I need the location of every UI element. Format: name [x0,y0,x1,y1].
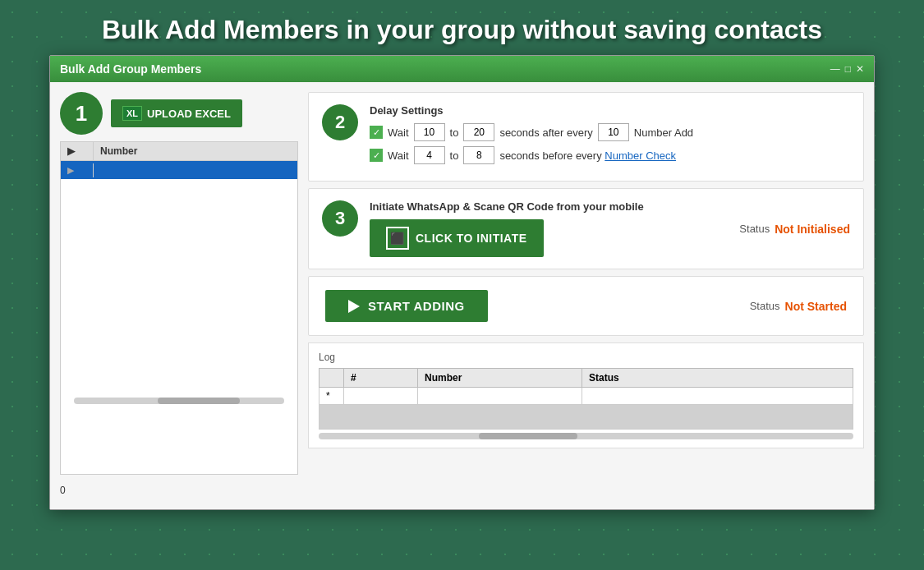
section3-content: Initiate WhatsApp & Scane QR Code from y… [370,200,850,257]
close-button[interactable]: ✕ [856,63,864,75]
table-header: ▶ Number [61,142,297,161]
start-status-label: Status [750,300,780,312]
start-status-row: Status Not Started [750,300,847,313]
left-panel: 1 XL UPLOAD EXCEL ▶ Number ▶ [60,92,298,499]
log-col-hash-header: # [344,369,418,388]
start-section-content: START ADDING Status Not Started [325,290,847,322]
section3-with-status: Initiate WhatsApp & Scane QR Code from y… [370,200,850,257]
log-scrollbar[interactable] [319,433,853,439]
wait-label-2: Wait [388,149,409,162]
initiate-status-value: Not Initialised [775,223,850,236]
delay-row-1: ✓ Wait to seconds after every Number Add [370,123,850,141]
start-adding-section: START ADDING Status Not Started [308,276,864,336]
after-label-2: seconds before every Number Check [499,149,676,162]
log-row-hash [344,388,418,405]
log-row-empty [319,405,853,430]
delay-from-input-1[interactable] [414,123,445,141]
log-table-header: # Number Status [319,369,853,388]
section3-header: 3 Initiate WhatsApp & Scane QR Code from… [322,200,850,257]
number-check-link[interactable]: Number Check [605,149,676,162]
title-bar: Bulk Add Group Members — □ ✕ [50,56,874,82]
table-scrollbar[interactable] [74,398,284,404]
initiate-status-row: Status Not Initialised [739,223,850,236]
row-number-cell [94,168,297,172]
initiate-section: 3 Initiate WhatsApp & Scane QR Code from… [308,188,864,269]
row-arrow-cell: ▶ [61,163,94,177]
table-selected-row[interactable]: ▶ [61,161,297,179]
initiate-title: Initiate WhatsApp & Scane QR Code from y… [370,200,644,213]
qr-code-icon: ⬛ [386,227,409,250]
section2-content: Delay Settings ✓ Wait to seconds after e… [370,104,850,169]
delay-settings-title: Delay Settings [370,104,850,117]
log-row-1: * [319,388,853,405]
maximize-button[interactable]: □ [845,63,851,75]
upload-excel-button[interactable]: XL UPLOAD EXCEL [111,99,242,127]
log-row-status [582,388,853,405]
app-window: Bulk Add Group Members — □ ✕ 1 XL UPLOAD… [49,55,875,510]
delay-from-input-2[interactable] [414,146,445,164]
start-btn-label: START ADDING [368,299,465,313]
delay-to-input-2[interactable] [463,146,494,164]
log-col-num-header [319,369,344,388]
start-adding-button[interactable]: START ADDING [325,290,488,322]
play-icon [348,300,360,313]
table-col-arrow: ▶ [61,142,94,160]
step3-circle: 3 [322,200,358,237]
log-row-number [418,388,582,405]
delay-checkbox-1[interactable]: ✓ [370,126,383,139]
right-panel: 2 Delay Settings ✓ Wait to seconds after… [308,92,864,499]
upload-btn-label: UPLOAD EXCEL [147,108,231,120]
log-table: # Number Status * [319,368,853,430]
log-col-status-header: Status [582,369,853,388]
log-title: Log [319,352,853,363]
initiate-btn-label: CLICK TO INITIATE [416,232,527,245]
log-empty-row [319,405,853,430]
wait-label-1: Wait [388,126,409,139]
delay-checkbox-2[interactable]: ✓ [370,149,383,162]
delay-settings-section: 2 Delay Settings ✓ Wait to seconds after… [308,92,864,182]
log-row-marker: * [319,388,344,405]
start-status-value: Not Started [785,300,847,313]
log-scrollbar-thumb [479,433,577,439]
window-title: Bulk Add Group Members [60,62,201,76]
step1-circle: 1 [60,92,103,135]
to-label-2: to [450,149,459,162]
app-content: 1 XL UPLOAD EXCEL ▶ Number ▶ [50,82,874,509]
table-col-number: Number [94,142,144,160]
to-label-1: to [450,126,459,139]
delay-every-input-1[interactable] [598,123,629,141]
end-label-1: Number Add [634,126,693,139]
initiate-status-label: Status [739,223,770,235]
log-section: Log # Number Status * [308,342,864,448]
step2-circle: 2 [322,104,358,140]
page-title: Bulk Add Members in your group without s… [0,0,924,55]
window-controls: — □ ✕ [830,63,864,75]
delay-row-2: ✓ Wait to seconds before every Number Ch… [370,146,850,164]
number-table: ▶ Number ▶ [60,141,298,475]
excel-icon: XL [122,106,142,121]
step1-row: 1 XL UPLOAD EXCEL [60,92,298,135]
initiate-button[interactable]: ⬛ CLICK TO INITIATE [370,219,544,257]
row-counter: 0 [60,481,298,499]
log-col-number-header: Number [418,369,582,388]
section2-header: 2 Delay Settings ✓ Wait to seconds after… [322,104,850,169]
minimize-button[interactable]: — [830,63,840,75]
after-label-1: seconds after every [499,126,592,139]
delay-to-input-1[interactable] [463,123,494,141]
table-scrollbar-thumb [158,398,240,404]
